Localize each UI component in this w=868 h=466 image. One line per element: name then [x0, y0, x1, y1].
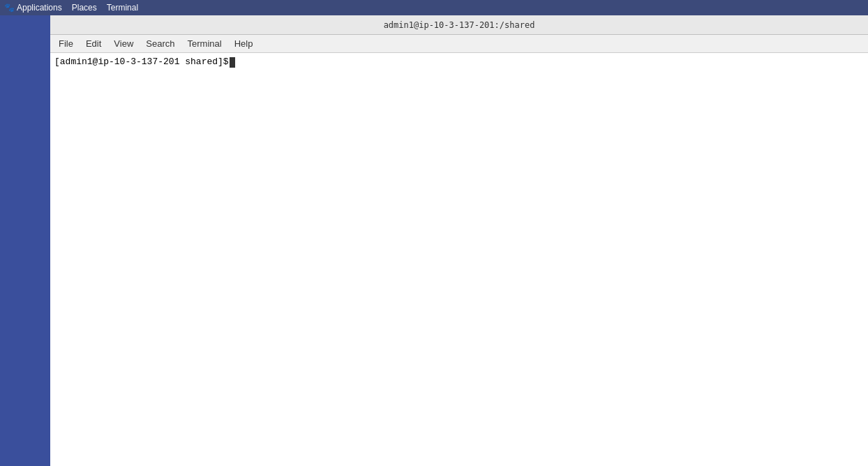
applications-menu[interactable]: Applications: [17, 3, 62, 13]
places-menu[interactable]: Places: [72, 3, 97, 13]
terminal-content[interactable]: [admin1@ip-10-3-137-201 shared]$: [50, 53, 868, 466]
system-bar: 🐾 Applications Places Terminal: [0, 0, 868, 15]
help-menu[interactable]: Help: [229, 37, 259, 50]
app-launcher-icon: 🐾: [4, 3, 14, 13]
main-layout: admin1@ip-10-3-137-201:/shared File Edit…: [0, 15, 868, 466]
terminal-cursor: [230, 57, 235, 68]
search-menu[interactable]: Search: [140, 37, 180, 50]
terminal-prompt-line: [admin1@ip-10-3-137-201 shared]$: [54, 56, 864, 68]
system-app-icon[interactable]: 🐾 Applications: [4, 3, 62, 13]
terminal-title: admin1@ip-10-3-137-201:/shared: [384, 20, 535, 30]
terminal-menu[interactable]: Terminal: [107, 3, 138, 13]
prompt-text: [admin1@ip-10-3-137-201 shared]$: [54, 56, 229, 68]
terminal-submenu[interactable]: Terminal: [182, 37, 227, 50]
view-menu[interactable]: View: [108, 37, 139, 50]
edit-menu[interactable]: Edit: [80, 37, 107, 50]
terminal-menubar: File Edit View Search Terminal Help: [50, 35, 868, 53]
sidebar: [0, 15, 50, 466]
terminal-window: admin1@ip-10-3-137-201:/shared File Edit…: [50, 15, 868, 466]
file-menu[interactable]: File: [53, 37, 79, 50]
terminal-titlebar: admin1@ip-10-3-137-201:/shared: [50, 15, 868, 35]
